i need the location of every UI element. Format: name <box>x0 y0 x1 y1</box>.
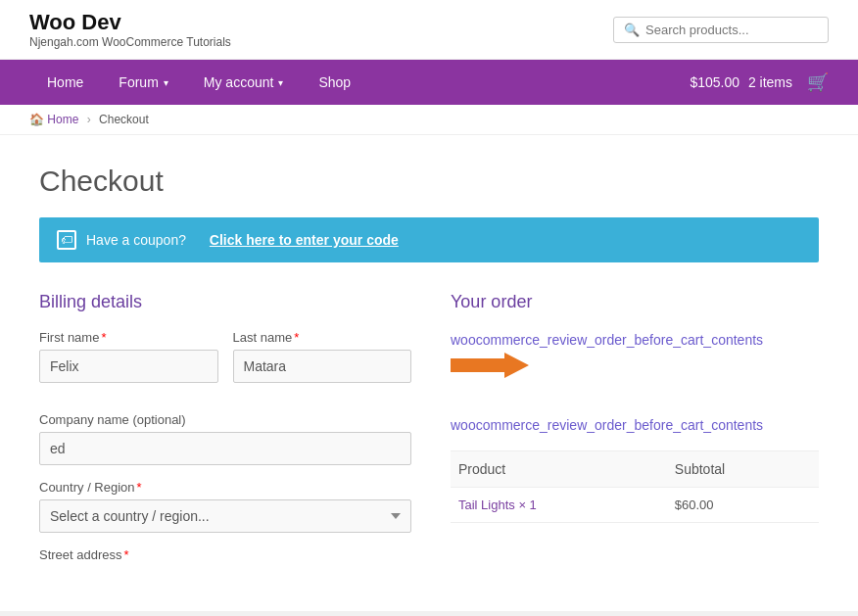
order-section: Your order woocommerce_review_order_befo… <box>451 292 819 582</box>
last-name-input[interactable] <box>233 350 412 383</box>
company-group: Company name (optional) <box>39 412 411 465</box>
country-group: Country / Region* Select a country / reg… <box>39 480 411 533</box>
site-tagline: Njengah.com WooCommerce Tutorials <box>29 35 231 49</box>
coupon-banner: 🏷 Have a coupon? Click here to enter you… <box>39 217 819 262</box>
site-title: Woo Dev <box>29 10 231 35</box>
breadcrumb-home[interactable]: Home <box>47 113 78 126</box>
billing-section: Billing details First name* Last name* C… <box>39 292 411 582</box>
street-group: Street address* <box>39 547 411 567</box>
coupon-link[interactable]: Click here to enter your code <box>210 232 399 248</box>
hook-text-1: woocommerce_review_order_before_cart_con… <box>451 330 819 386</box>
nav-item-myaccount[interactable]: My account ▾ <box>186 60 302 105</box>
checkout-columns: Billing details First name* Last name* C… <box>39 292 819 582</box>
first-name-input[interactable] <box>39 350 218 383</box>
search-box[interactable]: 🔍 <box>613 17 829 43</box>
table-row: Tail Lights × 1 $60.00 <box>451 488 819 523</box>
arrow-icon <box>451 351 529 386</box>
company-label: Company name (optional) <box>39 412 411 427</box>
hook-text-1-wrap: woocommerce_review_order_before_cart_con… <box>451 330 819 401</box>
nav-item-home[interactable]: Home <box>29 60 101 105</box>
nav-right: $105.00 2 items 🛒 <box>685 71 829 93</box>
search-input[interactable] <box>645 23 818 37</box>
page-title: Checkout <box>39 165 819 198</box>
nav-bar: Home Forum ▾ My account ▾ Shop $105.00 2… <box>0 60 858 105</box>
coupon-text: Have a coupon? <box>86 232 186 248</box>
first-name-group: First name* <box>39 330 218 383</box>
last-name-group: Last name* <box>233 330 412 383</box>
search-icon: 🔍 <box>624 23 640 37</box>
page-content: Checkout 🏷 Have a coupon? Click here to … <box>0 135 858 611</box>
country-select[interactable]: Select a country / region... <box>39 499 411 533</box>
breadcrumb-current: Checkout <box>99 113 149 126</box>
subtotal-header: Subtotal <box>667 451 819 488</box>
chevron-down-icon: ▾ <box>164 77 168 88</box>
product-cell: Tail Lights × 1 <box>451 488 667 523</box>
breadcrumb-separator: › <box>87 113 91 126</box>
nav-item-forum[interactable]: Forum ▾ <box>101 60 185 105</box>
coupon-icon: 🏷 <box>57 230 76 250</box>
cart-icon[interactable]: 🛒 <box>807 71 829 93</box>
order-table: Product Subtotal Tail Lights × 1 $60.00 <box>451 450 819 523</box>
chevron-down-icon: ▾ <box>278 77 283 88</box>
nav-left: Home Forum ▾ My account ▾ Shop <box>29 60 368 105</box>
svg-marker-0 <box>451 353 529 378</box>
nav-item-shop[interactable]: Shop <box>301 60 368 105</box>
name-row: First name* Last name* <box>39 330 411 398</box>
street-label: Street address* <box>39 547 411 562</box>
product-header: Product <box>451 451 667 488</box>
company-input[interactable] <box>39 432 411 465</box>
billing-title: Billing details <box>39 292 411 312</box>
first-name-label: First name* <box>39 330 218 345</box>
country-label: Country / Region* <box>39 480 411 495</box>
order-title: Your order <box>451 292 819 312</box>
subtotal-cell: $60.00 <box>667 488 819 523</box>
hook-text-2: woocommerce_review_order_before_cart_con… <box>451 415 819 436</box>
last-name-label: Last name* <box>233 330 412 345</box>
top-bar: Woo Dev Njengah.com WooCommerce Tutorial… <box>0 0 858 60</box>
home-icon: 🏠 <box>29 113 44 126</box>
breadcrumb: 🏠 Home › Checkout <box>0 105 858 135</box>
site-branding: Woo Dev Njengah.com WooCommerce Tutorial… <box>29 10 231 49</box>
cart-amount: $105.00 2 items <box>685 74 792 90</box>
